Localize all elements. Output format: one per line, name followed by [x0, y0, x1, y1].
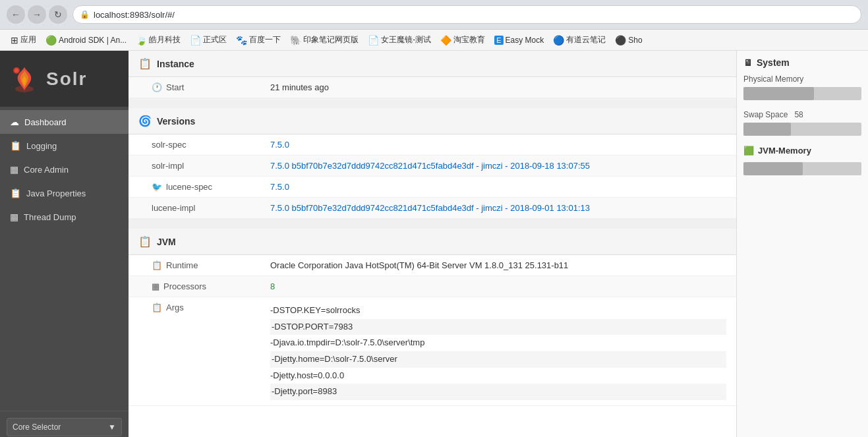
refresh-button[interactable]: ↻: [49, 5, 67, 24]
args-value: -DSTOP.KEY=solrrocks -DSTOP.PORT=7983 -D…: [260, 297, 736, 405]
solr-logo-text: Solr: [46, 69, 87, 90]
bookmark-yinxiang-label: 印象笔记网页版: [303, 34, 359, 45]
bookmark-easymock[interactable]: E Easy Mock: [490, 34, 548, 47]
svg-point-2: [14, 69, 18, 73]
bookmark-nvwang-label: 女王魔镜-测试: [381, 34, 431, 45]
yinxiang-icon: 🐘: [290, 35, 301, 45]
bookmark-easymock-label: Easy Mock: [506, 36, 544, 45]
sidebar-logo: Solr: [0, 51, 129, 107]
right-panel-title: 🖥 System: [743, 57, 861, 68]
nav-item-core-admin[interactable]: ▦ Core Admin: [0, 158, 129, 181]
lucene-impl-value[interactable]: 7.5.0 b5bf70b7e32d7ddd9742cc821d471c5fab…: [260, 198, 736, 218]
start-label: 🕐 Start: [129, 77, 260, 98]
solr-spec-label: solr-spec: [129, 134, 260, 155]
solr-spec-value[interactable]: 7.5.0: [260, 134, 736, 155]
apps-icon: ⊞: [11, 35, 18, 45]
bookmark-baidu-label: 百度一下: [249, 34, 281, 45]
android-icon: 🟢: [45, 35, 57, 45]
app-layout: Solr ☁ Dashboard 📋 Logging ▦ Core Admin …: [0, 51, 868, 437]
section-gap-1: [129, 98, 736, 108]
zhengshi-icon: 📄: [190, 35, 201, 45]
bookmark-taobao-label: 淘宝教育: [453, 34, 485, 45]
solr-impl-value[interactable]: 7.5.0 b5bf70b7e32d7ddd9742cc821d471c5fab…: [260, 156, 736, 176]
solr-impl-row: solr-impl 7.5.0 b5bf70b7e32d7ddd9742cc82…: [129, 156, 736, 177]
nav-item-dashboard[interactable]: ☁ Dashboard: [0, 110, 129, 134]
solr-impl-label: solr-impl: [129, 156, 260, 176]
swap-space-label: Swap Space 58: [743, 110, 861, 119]
bookmark-android-label: Android SDK | An...: [59, 36, 127, 45]
runtime-value: Oracle Corporation Java HotSpot(TM) 64-B…: [260, 255, 736, 276]
lucene-spec-row: 🐦 lucene-spec 7.5.0: [129, 177, 736, 198]
processors-row: ▦ Processors 8: [129, 276, 736, 297]
jvm-icon: 📋: [138, 235, 152, 248]
bookmark-apps[interactable]: ⊞ 应用: [7, 32, 40, 47]
thread-dump-icon: ▦: [10, 212, 18, 222]
section-gap-2: [129, 219, 736, 229]
physical-memory-bar: [743, 87, 861, 100]
easymock-icon: E: [494, 36, 503, 45]
jvm-memory-bar: [743, 162, 861, 175]
lucene-spec-value[interactable]: 7.5.0: [260, 177, 736, 197]
bookmark-android[interactable]: 🟢 Android SDK | An...: [42, 33, 130, 47]
versions-section-header: 🌀 Versions: [129, 108, 736, 134]
bookmark-zhengshi-label: 正式区: [203, 34, 227, 45]
bookmark-youdao[interactable]: 🔵 有道云笔记: [549, 32, 610, 47]
nav-label-logging: Logging: [26, 141, 57, 151]
lucene-spec-label: 🐦 lucene-spec: [129, 177, 260, 197]
main-content: 📋 Instance 🕐 Start 21 minutes ago 🌀 Vers…: [129, 51, 736, 437]
physical-memory-section: Physical Memory: [743, 74, 861, 100]
nav-item-logging[interactable]: 📋 Logging: [0, 134, 129, 158]
nav-label-dashboard: Dashboard: [24, 117, 67, 127]
core-selector-arrow: ▼: [108, 422, 116, 432]
bookmark-haoyue[interactable]: 🍃 皓月科技: [132, 32, 185, 47]
youdao-icon: 🔵: [553, 35, 564, 45]
processors-label: ▦ Processors: [129, 276, 260, 297]
nav-item-java-properties[interactable]: 📋 Java Properties: [0, 181, 129, 205]
nav-label-core-admin: Core Admin: [24, 165, 69, 175]
jvm-title: JVM: [157, 237, 176, 247]
sidebar-nav: ☁ Dashboard 📋 Logging ▦ Core Admin 📋 Jav…: [0, 107, 129, 411]
args-icon: 📋: [152, 303, 162, 312]
bookmarks-bar: ⊞ 应用 🟢 Android SDK | An... 🍃 皓月科技 📄 正式区 …: [0, 30, 868, 51]
bookmark-taobao[interactable]: 🔶 淘宝教育: [436, 32, 489, 47]
clock-icon: 🕐: [152, 82, 162, 92]
runtime-row: 📋 Runtime Oracle Corporation Java HotSpo…: [129, 255, 736, 276]
bookmark-yinxiang[interactable]: 🐘 印象笔记网页版: [286, 32, 362, 47]
nav-label-thread-dump: Thread Dump: [24, 212, 76, 222]
lucene-impl-row: lucene-impl 7.5.0 b5bf70b7e32d7ddd9742cc…: [129, 198, 736, 219]
sidebar: Solr ☁ Dashboard 📋 Logging ▦ Core Admin …: [0, 51, 129, 437]
bookmark-zhengshi[interactable]: 📄 正式区: [186, 32, 231, 47]
bookmark-baidu[interactable]: 🐾 百度一下: [232, 32, 285, 47]
lucene-impl-label: lucene-impl: [129, 198, 260, 218]
bookmark-haoyue-label: 皓月科技: [149, 34, 181, 45]
core-selector-dropdown[interactable]: Core Selector ▼: [7, 418, 122, 436]
instance-section-header: 📋 Instance: [129, 51, 736, 77]
instance-start-row: 🕐 Start 21 minutes ago: [129, 77, 736, 98]
physical-memory-label: Physical Memory: [743, 74, 861, 84]
swap-space-section: Swap Space 58: [743, 110, 861, 136]
right-panel: 🖥 System Physical Memory Swap Space 58 🟩…: [736, 51, 868, 437]
lock-icon: 🔒: [80, 10, 90, 19]
baidu-icon: 🐾: [236, 35, 247, 45]
instance-title: Instance: [157, 59, 194, 69]
nav-label-java-properties: Java Properties: [26, 189, 86, 198]
dashboard-icon: ☁: [10, 117, 19, 127]
bookmark-sho-label: Sho: [628, 36, 642, 45]
runtime-label: 📋 Runtime: [129, 255, 260, 276]
bookmark-nvwang[interactable]: 📄 女王魔镜-测试: [364, 32, 435, 47]
nav-item-thread-dump[interactable]: ▦ Thread Dump: [0, 205, 129, 229]
versions-title: Versions: [157, 116, 195, 127]
back-button[interactable]: ←: [7, 5, 25, 24]
system-icon: 🖥: [743, 57, 753, 68]
browser-chrome: ← → ↻ 🔒 localhost:8983/solr/#/: [0, 0, 868, 30]
taobao-icon: 🔶: [440, 35, 451, 45]
args-row: 📋 Args -DSTOP.KEY=solrrocks -DSTOP.PORT=…: [129, 297, 736, 406]
versions-icon: 🌀: [138, 115, 152, 127]
forward-button[interactable]: →: [28, 5, 46, 24]
bookmark-sho[interactable]: ⚫ Sho: [611, 33, 646, 47]
swap-space-bar: [743, 123, 861, 136]
processors-value: 8: [260, 276, 736, 297]
lucene-icon: 🐦: [152, 182, 162, 192]
address-bar[interactable]: 🔒 localhost:8983/solr/#/: [72, 5, 861, 24]
runtime-icon: 📋: [152, 260, 162, 270]
